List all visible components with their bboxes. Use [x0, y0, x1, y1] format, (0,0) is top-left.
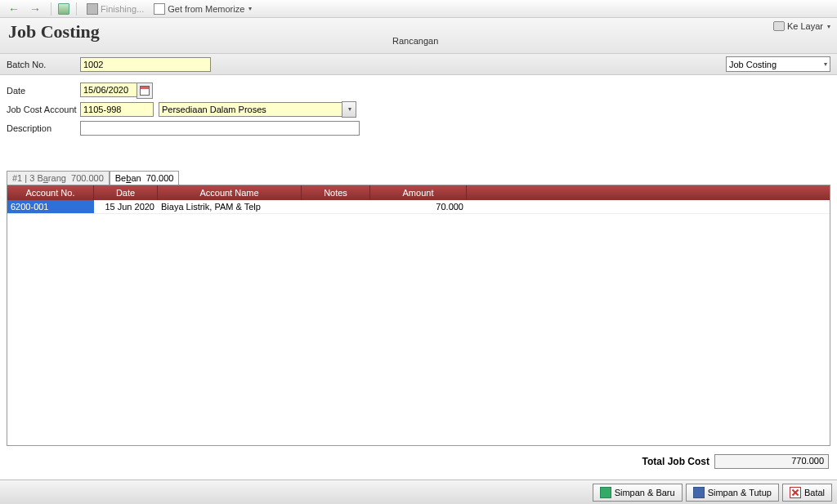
- total-label: Total Job Cost: [642, 456, 709, 467]
- memorize-icon: [154, 3, 165, 15]
- total-value: 770.000: [714, 454, 829, 469]
- nav-back-icon[interactable]: ←: [5, 2, 23, 16]
- calendar-button[interactable]: [137, 83, 153, 99]
- cell-notes[interactable]: [302, 200, 370, 213]
- tab-barang[interactable]: #1 | 3 Barang 700.000: [7, 171, 110, 185]
- tab-barang-prefix: #1 | 3: [12, 173, 37, 183]
- page-title: Job Costing: [8, 21, 100, 42]
- tab-barang-amount: 700.000: [71, 173, 104, 183]
- account-dropdown-button[interactable]: ▾: [342, 101, 356, 118]
- col-account-name[interactable]: Account Name: [158, 185, 302, 200]
- tab-beban[interactable]: Beban 70.000: [110, 171, 180, 185]
- date-label: Date: [7, 86, 80, 96]
- account-code-input[interactable]: [80, 102, 154, 117]
- chevron-down-icon: ▾: [348, 105, 351, 113]
- memorize-button[interactable]: Get from Memorize ▾: [150, 3, 255, 15]
- col-date[interactable]: Date: [94, 185, 158, 200]
- cell-account-name[interactable]: Biaya Listrik, PAM & Telp: [158, 200, 302, 213]
- finishing-button[interactable]: Finishing...: [83, 3, 147, 15]
- finishing-icon: [87, 3, 98, 15]
- cancel-button[interactable]: Batal: [782, 484, 832, 502]
- view-dropdown-label: Job Costing: [729, 60, 777, 69]
- batch-input[interactable]: [80, 57, 211, 72]
- date-input[interactable]: [80, 83, 137, 97]
- footer-bar: Simpan & Baru Simpan & Tutup Batal: [0, 479, 837, 504]
- cell-account-no[interactable]: 6200-001: [7, 200, 94, 213]
- col-account-no[interactable]: Account No.: [7, 185, 94, 200]
- save-icon: [600, 487, 611, 498]
- view-dropdown[interactable]: Job Costing ▾: [726, 56, 830, 72]
- status-text: Rancangan: [392, 36, 438, 46]
- tab-beban-amount: 70.000: [146, 173, 174, 183]
- chevron-down-icon: ▾: [824, 60, 827, 68]
- description-input[interactable]: [80, 121, 360, 136]
- tabs: #1 | 3 Barang 700.000 Beban 70.000: [7, 171, 837, 185]
- table-row[interactable]: 6200-001 15 Jun 2020 Biaya Listrik, PAM …: [7, 200, 830, 214]
- finishing-label: Finishing...: [101, 4, 144, 14]
- new-doc-icon[interactable]: [58, 3, 69, 15]
- cell-amount[interactable]: 70.000: [370, 200, 467, 213]
- tab-barang-label: Barang: [37, 173, 66, 183]
- total-row: Total Job Cost 770.000: [642, 454, 829, 469]
- cancel-icon: [790, 487, 801, 498]
- batch-label: Batch No.: [7, 60, 80, 69]
- account-name-input[interactable]: [159, 102, 342, 117]
- ke-layar-label: Ke Layar: [787, 21, 823, 31]
- save-close-button[interactable]: Simpan & Tutup: [686, 484, 779, 502]
- calendar-icon: [140, 86, 150, 96]
- header-bar: Job Costing Rancangan Ke Layar ▾: [0, 18, 837, 54]
- form-area: Date Job Cost Account ▾ Description: [0, 75, 837, 136]
- save-new-button[interactable]: Simpan & Baru: [593, 484, 683, 502]
- ke-layar-button[interactable]: Ke Layar ▾: [773, 21, 830, 31]
- memorize-label: Get from Memorize: [168, 4, 244, 14]
- toolbar-separator: [51, 2, 51, 16]
- description-label: Description: [7, 123, 80, 133]
- tab-beban-label: Beban: [115, 173, 141, 183]
- account-label: Job Cost Account: [7, 105, 80, 114]
- toolbar-separator: [76, 2, 77, 16]
- data-grid: Account No. Date Account Name Notes Amou…: [7, 185, 830, 446]
- save-close-icon: [693, 487, 705, 498]
- cancel-label: Batal: [804, 488, 825, 497]
- save-close-label: Simpan & Tutup: [708, 488, 772, 497]
- top-toolbar: ← → Finishing... Get from Memorize ▾: [0, 0, 837, 18]
- col-notes[interactable]: Notes: [302, 185, 370, 200]
- cell-date[interactable]: 15 Jun 2020: [94, 200, 158, 213]
- save-new-label: Simpan & Baru: [615, 488, 675, 497]
- printer-icon: [773, 21, 785, 31]
- chevron-down-icon: ▾: [248, 5, 252, 12]
- grid-header: Account No. Date Account Name Notes Amou…: [7, 185, 830, 200]
- batch-row: Batch No. Job Costing ▾: [0, 54, 837, 75]
- nav-forward-icon[interactable]: →: [26, 2, 44, 16]
- col-amount[interactable]: Amount: [370, 185, 467, 200]
- chevron-down-icon: ▾: [827, 23, 830, 30]
